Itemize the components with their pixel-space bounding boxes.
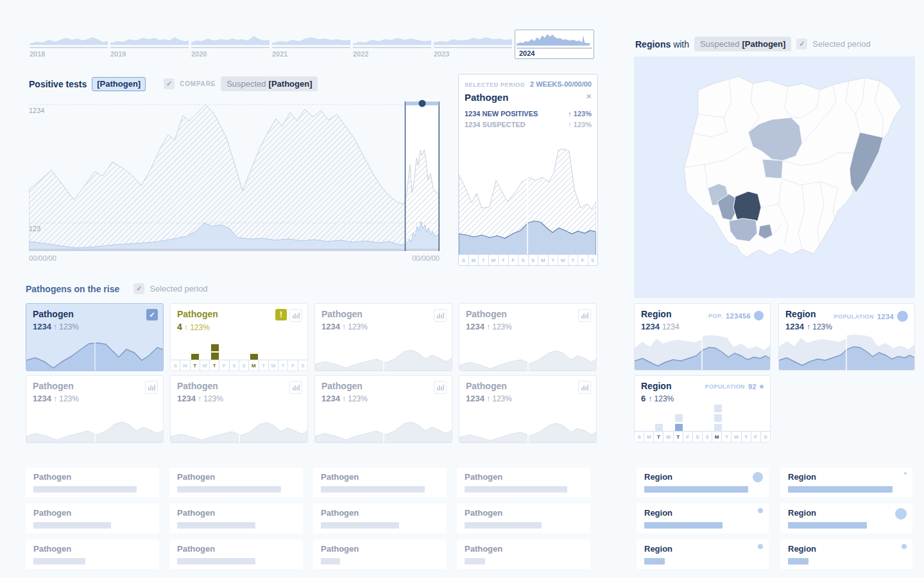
detail-chart-svg	[459, 131, 596, 255]
pathogen-list-item[interactable]: Pathogen	[313, 504, 447, 533]
year-sparkline	[30, 32, 108, 45]
day-cell: T	[549, 255, 559, 265]
pathogen-list-item[interactable]: Pathogen	[313, 468, 447, 497]
pathogen-filter-chip[interactable]: [Pathogen]	[92, 77, 146, 91]
suspected-pathogen-filter[interactable]: Suspected[Pathogen]	[221, 76, 318, 91]
pathogen-list-item[interactable]: Pathogen	[26, 539, 159, 569]
pathogen-list-item[interactable]: Pathogen	[26, 468, 159, 497]
close-icon[interactable]: ×	[586, 92, 592, 101]
year-tab-2022[interactable]: 2022	[353, 32, 431, 59]
region-list-item[interactable]: Region	[780, 539, 912, 569]
year-tab-2021[interactable]: 2021	[272, 32, 350, 59]
region-population: POPULATION 1234	[834, 311, 908, 322]
year-baseline	[434, 47, 512, 48]
pathogen-list-label: Pathogen	[177, 544, 215, 554]
bar-chart-icon[interactable]	[578, 381, 591, 394]
selection-handle-knob[interactable]	[419, 100, 426, 107]
region-card[interactable]: Region POP. 123456 12341234	[634, 303, 771, 371]
population-dot	[897, 311, 908, 322]
day-axis: SMTWTFSSMTWTFS	[171, 360, 307, 371]
case-bars	[635, 402, 770, 432]
suspected-pathogen-label: [Pathogen]	[269, 79, 312, 89]
population-value: 1234	[877, 313, 894, 320]
compare-checkbox[interactable]: ✓	[164, 78, 175, 89]
detail-day-axis: SMTWTFSSMTWTFS	[459, 254, 597, 265]
day-cell: S	[693, 432, 703, 442]
map-svg	[634, 57, 915, 298]
state-central-appendage[interactable]	[762, 159, 783, 179]
pathogen-card-selected[interactable]: Pathogen ✓ 1234↑ 123%	[26, 303, 164, 371]
region-list-item[interactable]: Region	[637, 468, 769, 497]
selected-period-card[interactable]: SELECTED PERIOD 2 WEEKS-00/00/00 Pathoge…	[458, 74, 598, 266]
main-chart-svg	[29, 100, 440, 252]
pathogen-card-alert[interactable]: Pathogen ! 4↑ 123% SMTWTFSSMTWTFS	[170, 303, 308, 371]
new-positives-row: 1234 NEW POSITIVES ↑ 123%	[465, 110, 592, 118]
pathogen-list-item[interactable]: Pathogen	[313, 539, 447, 569]
year-baseline	[272, 47, 350, 48]
bar-chart-icon[interactable]	[434, 309, 447, 322]
population-dot	[754, 311, 764, 320]
x-axis-start-date: 00/00/00	[29, 254, 56, 262]
bar-chart-icon[interactable]	[289, 309, 302, 322]
region-list-item[interactable]: Region	[780, 504, 912, 533]
pathogen-card[interactable]: Pathogen 1234↑ 123%	[170, 375, 308, 443]
year-tab-2023[interactable]: 2023	[434, 32, 512, 59]
value-delta: ↑ 123%	[198, 394, 223, 403]
positive-tests-chart[interactable]: 1234 123 00/00/00 00/00/00	[29, 100, 440, 261]
pathogen-list-item[interactable]: Pathogen	[457, 504, 590, 533]
region-list-item[interactable]: Region	[780, 468, 912, 497]
region-card-bars[interactable]: Region POPULATION 92 6↑ 123% SMTWTFSSMTW…	[634, 375, 771, 442]
year-tab-2024-selected[interactable]: 2024	[515, 30, 594, 59]
pathogen-list-item[interactable]: Pathogen	[457, 539, 590, 569]
day-cell: T	[278, 360, 288, 371]
regions-suspected-pathogen-filter[interactable]: Suspected[Pathogen]	[694, 37, 791, 51]
value-delta: ↑ 123%	[342, 394, 368, 403]
bar-chart-icon[interactable]	[289, 381, 302, 394]
year-tab-2020[interactable]: 2020	[191, 32, 270, 59]
pathogen-list-item[interactable]: Pathogen	[169, 468, 303, 497]
region-list-item[interactable]: Region	[637, 504, 769, 533]
population-label: POP.	[708, 313, 723, 319]
year-tab-2018[interactable]: 2018	[30, 32, 108, 59]
suspected-text: 1234 SUSPECTED	[465, 121, 526, 128]
pathogen-card[interactable]: Pathogen 1234↑ 123%	[26, 375, 164, 443]
region-list-label: Region	[788, 472, 816, 482]
selected-check-icon[interactable]: ✓	[146, 309, 158, 320]
suspected-label: SUSPECTED	[483, 121, 526, 128]
pathogen-card[interactable]: Pathogen 1234↑ 123%	[459, 303, 597, 371]
detail-card-title: Pathogen	[465, 92, 508, 103]
pathogen-list-item[interactable]: Pathogen	[26, 504, 159, 533]
selected-period-label: SELECTED PERIOD	[465, 82, 525, 88]
region-list: Region Region Region Region Region Regio…	[637, 468, 912, 569]
bar-chart-icon[interactable]	[434, 381, 447, 394]
region-card-title: Region	[641, 381, 671, 391]
pathogen-list-item[interactable]: Pathogen	[169, 504, 303, 533]
population-dot	[895, 508, 907, 520]
value-bar	[788, 522, 867, 529]
day-cell: F	[751, 432, 761, 442]
population-dot	[902, 544, 907, 549]
value-number: 1234	[466, 322, 484, 331]
pathogen-list-item[interactable]: Pathogen	[457, 468, 590, 497]
pathogen-card[interactable]: Pathogen 1234↑ 123%	[314, 375, 452, 443]
region-list-item[interactable]: Region	[637, 539, 769, 569]
region-list-label: Region	[644, 508, 672, 518]
pathogen-card-value: 1234↑ 123%	[33, 394, 79, 403]
nigeria-region-map[interactable]	[634, 57, 915, 298]
bar-chart-icon[interactable]	[578, 309, 591, 322]
positive-tests-title: Positive tests	[29, 79, 87, 89]
bar-chart-icon[interactable]	[145, 381, 158, 394]
day-cell: S	[239, 360, 249, 371]
pathogen-card[interactable]: Pathogen 1234↑ 123%	[314, 303, 452, 371]
value-bar	[644, 558, 665, 565]
value-bar	[321, 522, 399, 529]
year-label: 2024	[519, 49, 592, 57]
pathogen-list-label: Pathogen	[465, 508, 502, 518]
day-cell: S	[635, 432, 644, 442]
region-card[interactable]: Region POPULATION 1234 1234↑ 123%	[778, 303, 915, 371]
year-tab-2019[interactable]: 2019	[110, 32, 189, 59]
regions-period-checkbox[interactable]: ✓	[796, 39, 807, 49]
rise-period-checkbox[interactable]: ✓	[133, 283, 144, 294]
pathogen-card[interactable]: Pathogen 1234↑ 123%	[459, 375, 597, 443]
pathogen-list-item[interactable]: Pathogen	[169, 539, 303, 569]
